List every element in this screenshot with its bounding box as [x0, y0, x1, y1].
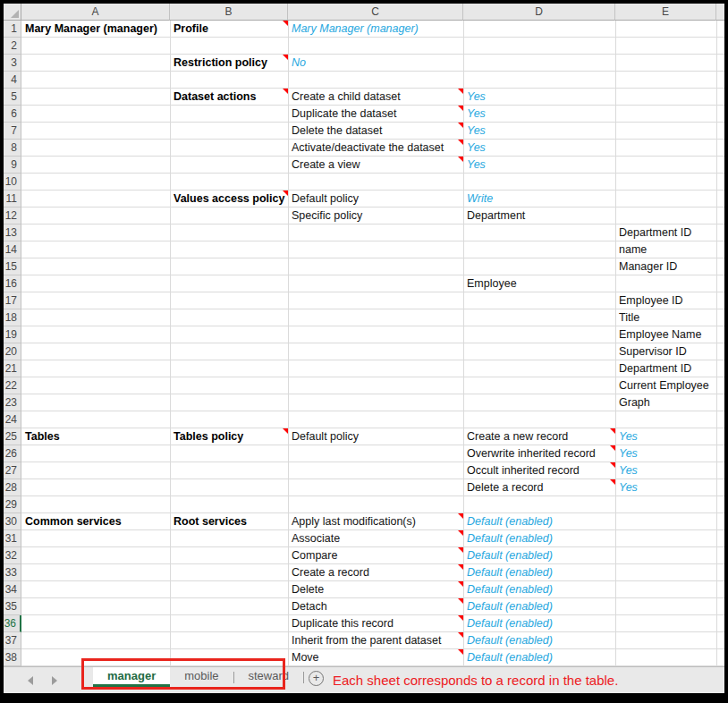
cell-D16[interactable]: Employee: [463, 275, 615, 292]
cell-C37[interactable]: Inherit from the parent dataset: [288, 632, 463, 649]
row-header-12[interactable]: 12: [4, 208, 21, 224]
cell-C34[interactable]: Delete: [288, 581, 463, 598]
cell-D35[interactable]: Default (enabled): [463, 598, 615, 615]
cell-E28[interactable]: Yes: [615, 479, 716, 496]
cell-D38[interactable]: Default (enabled): [463, 649, 615, 666]
cell-D36[interactable]: Default (enabled): [463, 615, 615, 632]
cell-D8[interactable]: Yes: [463, 140, 615, 157]
row-header-24[interactable]: 24: [4, 411, 21, 428]
row-header-22[interactable]: 22: [4, 377, 21, 394]
cell-D5[interactable]: Yes: [463, 89, 615, 106]
cell-C8[interactable]: Activate/deactivate the dataset: [288, 140, 463, 157]
add-sheet-button[interactable]: +: [309, 671, 324, 686]
row-header-11[interactable]: 11: [4, 191, 21, 208]
cell-C30[interactable]: Apply last modification(s): [288, 513, 463, 530]
row-header-8[interactable]: 8: [4, 140, 21, 157]
cell-C25[interactable]: Default policy: [288, 428, 463, 445]
cell-C36[interactable]: Duplicate this record: [288, 615, 463, 632]
row-header-3[interactable]: 3: [4, 55, 21, 72]
cell-E17[interactable]: Employee ID: [615, 292, 716, 309]
row-header-1[interactable]: 1: [4, 21, 21, 38]
cell-B5[interactable]: Dataset actions: [170, 89, 288, 106]
row-header-6[interactable]: 6: [4, 106, 21, 123]
row-header-37[interactable]: 37: [4, 632, 21, 649]
cell-D37[interactable]: Default (enabled): [463, 632, 615, 649]
chevron-left-icon[interactable]: [28, 676, 33, 685]
cell-D33[interactable]: Default (enabled): [463, 564, 615, 581]
cell-C31[interactable]: Associate: [288, 530, 463, 547]
row-header-20[interactable]: 20: [4, 343, 21, 360]
sheet-tab-mobile[interactable]: mobile: [170, 667, 233, 687]
cell-C5[interactable]: Create a child dataset: [288, 89, 463, 106]
cell-D9[interactable]: Yes: [463, 157, 615, 174]
cell-D7[interactable]: Yes: [463, 123, 615, 140]
row-header-23[interactable]: 23: [4, 394, 21, 411]
row-header-36[interactable]: 36: [4, 615, 21, 632]
cell-D12[interactable]: Department: [463, 208, 615, 224]
row-header-27[interactable]: 27: [4, 462, 21, 479]
cell-E23[interactable]: Graph: [615, 394, 716, 411]
row-header-30[interactable]: 30: [4, 513, 21, 530]
cell-A25[interactable]: Tables: [21, 428, 170, 445]
sheet-tab-steward[interactable]: steward: [234, 667, 304, 687]
row-header-13[interactable]: 13: [4, 224, 21, 241]
cell-C7[interactable]: Delete the dataset: [288, 123, 463, 140]
cell-A30[interactable]: Common services: [21, 513, 170, 530]
cell-E22[interactable]: Current Employee: [615, 377, 716, 394]
column-header-C[interactable]: C: [288, 4, 463, 21]
cell-E27[interactable]: Yes: [615, 462, 716, 479]
row-header-25[interactable]: 25: [4, 428, 21, 445]
row-header-33[interactable]: 33: [4, 564, 21, 581]
row-header-31[interactable]: 31: [4, 530, 21, 547]
cell-D25[interactable]: Create a new record: [463, 428, 615, 445]
cell-D31[interactable]: Default (enabled): [463, 530, 615, 547]
row-header-7[interactable]: 7: [4, 123, 21, 140]
row-header-16[interactable]: 16: [4, 275, 21, 292]
cell-B25[interactable]: Tables policy: [170, 428, 288, 445]
column-header-D[interactable]: D: [463, 4, 615, 21]
cell-D11[interactable]: Write: [463, 191, 615, 208]
sheet-tab-manager[interactable]: manager: [93, 667, 170, 687]
cell-B30[interactable]: Root services: [170, 513, 288, 530]
cell-C32[interactable]: Compare: [288, 547, 463, 564]
column-header-B[interactable]: B: [170, 4, 288, 21]
row-header-19[interactable]: 19: [4, 326, 21, 343]
cell-C3[interactable]: No: [288, 55, 463, 72]
cell-E18[interactable]: Title: [615, 309, 716, 326]
cell-A1[interactable]: Mary Manager (manager): [21, 21, 170, 38]
cell-C6[interactable]: Duplicate the dataset: [288, 106, 463, 123]
row-header-18[interactable]: 18: [4, 309, 21, 326]
cell-C35[interactable]: Detach: [288, 598, 463, 615]
cell-E15[interactable]: Manager ID: [615, 258, 716, 275]
cell-C1[interactable]: Mary Manager (manager): [288, 21, 463, 38]
cell-E20[interactable]: Supervisor ID: [615, 343, 716, 360]
cell-C9[interactable]: Create a view: [288, 157, 463, 174]
row-header-38[interactable]: 38: [4, 649, 21, 666]
cell-E21[interactable]: Department ID: [615, 360, 716, 377]
cell-E13[interactable]: Department ID: [615, 224, 716, 241]
cell-B1[interactable]: Profile: [170, 21, 288, 38]
cell-E26[interactable]: Yes: [615, 445, 716, 462]
cell-E25[interactable]: Yes: [615, 428, 716, 445]
cell-B11[interactable]: Values access policy: [170, 191, 288, 208]
cell-D6[interactable]: Yes: [463, 106, 615, 123]
cell-E19[interactable]: Employee Name: [615, 326, 716, 343]
cell-D32[interactable]: Default (enabled): [463, 547, 615, 564]
row-header-2[interactable]: 2: [4, 38, 21, 55]
row-header-34[interactable]: 34: [4, 581, 21, 598]
cell-D26[interactable]: Overwrite inherited record: [463, 445, 615, 462]
row-header-10[interactable]: 10: [4, 174, 21, 191]
cell-B3[interactable]: Restriction policy: [170, 55, 288, 72]
row-header-9[interactable]: 9: [4, 157, 21, 174]
column-header-E[interactable]: E: [615, 4, 716, 21]
row-header-4[interactable]: 4: [4, 72, 21, 89]
row-header-26[interactable]: 26: [4, 445, 21, 462]
column-header-A[interactable]: A: [21, 4, 170, 21]
cell-D28[interactable]: Delete a record: [463, 479, 615, 496]
cell-C11[interactable]: Default policy: [288, 191, 463, 208]
row-header-5[interactable]: 5: [4, 89, 21, 106]
row-header-32[interactable]: 32: [4, 547, 21, 564]
cell-D34[interactable]: Default (enabled): [463, 581, 615, 598]
row-header-17[interactable]: 17: [4, 292, 21, 309]
row-header-21[interactable]: 21: [4, 360, 21, 377]
